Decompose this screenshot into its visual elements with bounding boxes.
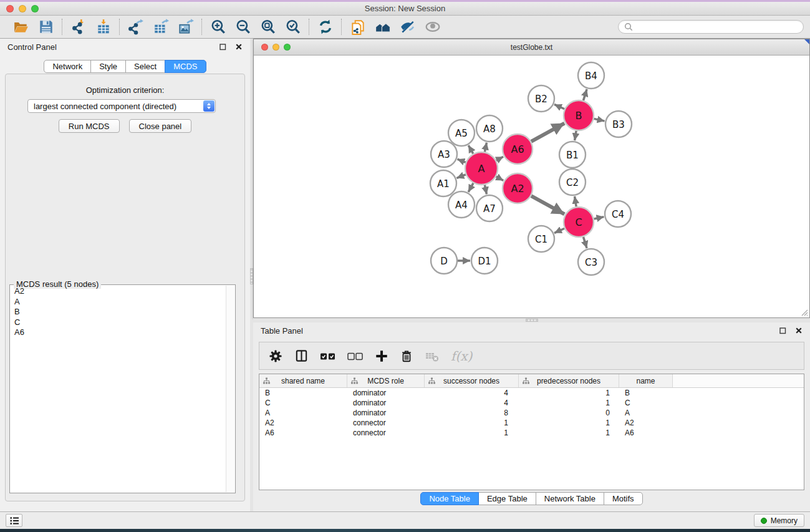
hide-graphics-details-button[interactable]	[397, 17, 418, 36]
graph-node-B[interactable]: B	[564, 100, 594, 130]
graph-edge-A-A3[interactable]	[457, 159, 465, 162]
resize-grip-icon[interactable]	[800, 308, 808, 316]
tab-mcds[interactable]: MCDS	[165, 60, 206, 73]
show-graphics-details-button[interactable]	[422, 17, 443, 36]
search-field[interactable]	[618, 20, 804, 34]
graph-edge-A-A6[interactable]	[496, 157, 503, 160]
table-cell[interactable]: B	[259, 388, 347, 398]
table-cell[interactable]: A6	[259, 428, 347, 438]
table-cell[interactable]: dominator	[347, 408, 425, 418]
horizontal-split-divider[interactable]	[253, 318, 810, 322]
table-cell[interactable]: 1	[519, 398, 619, 408]
network-maximize-button[interactable]	[284, 44, 291, 51]
zoom-in-button[interactable]	[208, 17, 228, 36]
graph-edge-A2-C[interactable]	[531, 196, 564, 214]
result-list-scrollbar[interactable]	[226, 286, 234, 492]
graph-node-A3[interactable]: A3	[431, 141, 457, 167]
import-table-button[interactable]	[93, 17, 113, 36]
export-image-button[interactable]	[175, 17, 196, 36]
graph-node-D[interactable]: D	[431, 248, 457, 274]
table-cell[interactable]: dominator	[347, 388, 425, 398]
network-close-button[interactable]	[261, 44, 268, 51]
delete-table-button-disabled[interactable]	[425, 346, 440, 366]
graph-edge-A6-B[interactable]	[531, 123, 564, 142]
graph-node-C2[interactable]: C2	[559, 169, 586, 195]
float-panel-button[interactable]	[219, 43, 226, 51]
graph-node-A[interactable]: A	[465, 152, 498, 185]
network-canvas[interactable]: B4B2BB3A8A5A6B1A3AC2A1A2A4A7C4CC1C3DD1	[254, 56, 809, 317]
column-header-MCDS-role[interactable]: MCDS role	[347, 374, 425, 387]
graph-node-B2[interactable]: B2	[528, 85, 554, 112]
open-session-button[interactable]	[11, 17, 31, 36]
table-row[interactable]: A2connector11A2	[259, 418, 804, 428]
graph-edge-B-B2[interactable]	[554, 104, 564, 109]
export-table-button[interactable]	[150, 17, 171, 36]
copy-network-button[interactable]	[347, 17, 368, 36]
table-cell[interactable]: 1	[519, 418, 619, 428]
tab-style[interactable]: Style	[90, 60, 126, 73]
optimization-criterion-dropdown[interactable]: largest connected component (directed)	[27, 99, 216, 113]
table-row[interactable]: Bdominator41B	[259, 388, 804, 398]
graph-edge-A-A7[interactable]	[485, 185, 486, 194]
table-cell[interactable]: 1	[519, 388, 619, 398]
minimize-window-button[interactable]	[19, 5, 26, 12]
graph-node-C3[interactable]: C3	[578, 249, 604, 275]
mcds-result-item[interactable]: A	[11, 297, 225, 307]
mcds-result-item[interactable]: C	[11, 317, 225, 328]
table-cell[interactable]: 4	[425, 388, 519, 398]
graph-node-C[interactable]: C	[564, 207, 594, 237]
table-cell[interactable]: A	[259, 408, 347, 418]
table-cell[interactable]: C	[259, 398, 347, 408]
graph-node-C1[interactable]: C1	[528, 226, 554, 252]
table-cell[interactable]: 1	[425, 428, 519, 438]
table-cell[interactable]: B	[619, 388, 673, 398]
function-builder-button-disabled[interactable]: f(x)	[451, 346, 472, 366]
graph-node-A2[interactable]: A2	[503, 173, 533, 203]
create-column-button[interactable]	[375, 346, 388, 366]
column-header-successor-nodes[interactable]: successor nodes	[425, 374, 519, 387]
maximize-window-button[interactable]	[31, 5, 39, 12]
close-table-panel-button[interactable]	[795, 327, 803, 334]
graph-node-D1[interactable]: D1	[471, 248, 498, 274]
table-cell[interactable]: 4	[425, 398, 519, 408]
column-header-predecessor-nodes[interactable]: predecessor nodes	[519, 374, 619, 387]
tab-node-table[interactable]: Node Table	[420, 492, 479, 505]
graph-edge-C-C3[interactable]	[583, 237, 587, 248]
neighbors-button[interactable]	[372, 17, 393, 36]
table-cell[interactable]: 8	[425, 408, 519, 418]
graph-edge-A-A2[interactable]	[496, 177, 504, 180]
graph-node-B3[interactable]: B3	[605, 111, 632, 137]
mcds-result-item[interactable]: A6	[11, 327, 225, 338]
search-input[interactable]	[636, 22, 798, 31]
table-cell[interactable]: connector	[347, 428, 425, 438]
graph-node-A6[interactable]: A6	[503, 134, 533, 164]
column-header-shared-name[interactable]: shared name	[259, 374, 347, 387]
table-cell[interactable]: A2	[259, 418, 347, 428]
graph-edge-A-A5[interactable]	[468, 145, 473, 153]
tab-network-table[interactable]: Network Table	[536, 492, 604, 505]
table-cell[interactable]: A	[619, 408, 673, 418]
graph-node-A4[interactable]: A4	[448, 191, 475, 218]
graph-edge-C-C2[interactable]	[575, 196, 577, 207]
run-mcds-button[interactable]: Run MCDS	[59, 119, 120, 133]
graph-edge-B-B3[interactable]	[594, 118, 604, 121]
graph-edge-B-B4[interactable]	[583, 89, 587, 100]
tab-edge-table[interactable]: Edge Table	[478, 492, 536, 505]
graph-edge-C-C4[interactable]	[594, 217, 604, 219]
select-all-columns-button[interactable]	[320, 346, 336, 366]
task-history-button[interactable]	[6, 514, 22, 527]
table-cell[interactable]: C	[619, 398, 673, 408]
table-row[interactable]: A6connector11A6	[259, 428, 804, 438]
table-cell[interactable]: 1	[519, 428, 619, 438]
graph-node-A1[interactable]: A1	[430, 170, 456, 196]
divider-handle[interactable]	[526, 319, 538, 322]
table-cell[interactable]: dominator	[347, 398, 425, 408]
zoom-fit-button[interactable]	[258, 17, 278, 36]
zoom-selected-button[interactable]	[282, 17, 303, 36]
mcds-result-item[interactable]: A2	[11, 286, 225, 297]
zoom-out-button[interactable]	[233, 17, 253, 36]
table-cell[interactable]: A2	[619, 418, 673, 428]
graph-edge-A-A4[interactable]	[468, 183, 473, 192]
table-cell[interactable]: A6	[619, 428, 673, 438]
import-network-button[interactable]	[68, 17, 89, 36]
